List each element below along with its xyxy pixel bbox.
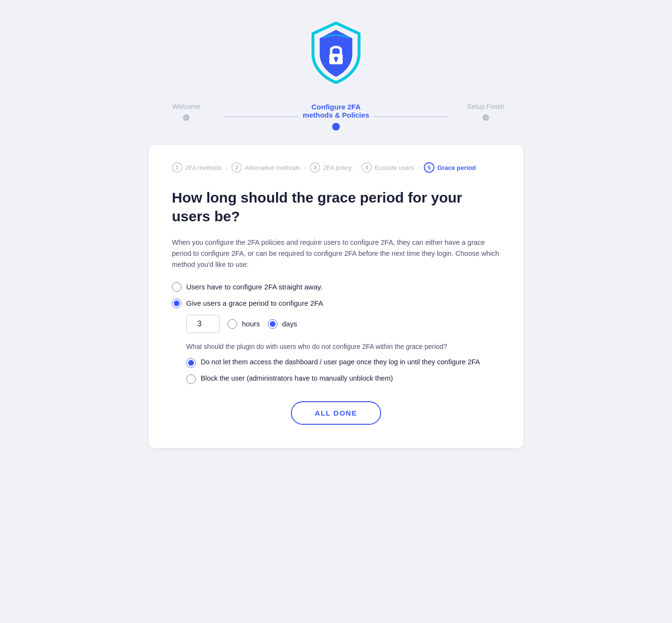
radio-straight-away[interactable]	[172, 282, 181, 292]
wizard-step-configure-dot	[332, 123, 340, 131]
sub-step-2-label: Alternative methods	[245, 164, 300, 171]
wizard-step-finish[interactable]: Setup Finish	[448, 103, 523, 121]
radio-no-access[interactable]	[186, 358, 196, 368]
wizard-step-welcome[interactable]: Welcome	[149, 103, 224, 121]
sub-step-1-label: 2FA methods	[185, 164, 222, 171]
wizard-steps: Welcome Configure 2FA methods & Policies…	[149, 103, 523, 131]
sub-step-4-label: Exclude users	[375, 164, 414, 171]
sub-steps-nav: 1 2FA methods › 2 Alternative methods › …	[172, 162, 500, 173]
wizard-step-welcome-dot	[183, 114, 190, 121]
sub-step-5-label: Grace period	[437, 164, 476, 171]
separator-2: ›	[304, 164, 306, 171]
option-straight-away[interactable]: Users have to configure 2FA straight awa…	[172, 282, 500, 292]
option-grace-period-label: Give users a grace period to configure 2…	[186, 299, 323, 307]
sub-option-2-label: Block the user (administrators have to m…	[201, 373, 393, 384]
sub-step-alternative-methods[interactable]: 2 Alternative methods	[231, 162, 300, 173]
page-title: How long should the grace period for you…	[172, 188, 500, 226]
radio-grace-period[interactable]	[172, 299, 181, 308]
days-label: days	[282, 320, 298, 328]
option-grace-period[interactable]: Give users a grace period to configure 2…	[172, 299, 500, 308]
sub-step-4-num: 4	[361, 162, 372, 173]
sub-step-grace-period[interactable]: 5 Grace period	[424, 162, 476, 173]
wizard-step-welcome-label: Welcome	[172, 103, 200, 110]
option-days[interactable]: days	[268, 319, 298, 329]
svg-rect-2	[335, 59, 337, 62]
wizard-step-finish-dot	[482, 114, 489, 121]
sub-step-3-label: 2FA policy	[323, 164, 351, 171]
sub-question-text: What should the plugin do with users who…	[186, 343, 500, 350]
sub-step-2fa-methods[interactable]: 1 2FA methods	[172, 162, 222, 173]
wizard-step-finish-label: Setup Finish	[467, 103, 504, 110]
all-done-button[interactable]: ALL DONE	[291, 401, 381, 425]
hours-label: hours	[242, 320, 260, 328]
separator-4: ›	[418, 164, 420, 171]
page-description: When you configure the 2FA policies and …	[172, 237, 500, 271]
option-hours[interactable]: hours	[228, 319, 260, 329]
radio-block-user[interactable]	[186, 374, 196, 384]
main-card: 1 2FA methods › 2 Alternative methods › …	[149, 145, 523, 448]
sub-step-1-num: 1	[172, 162, 182, 173]
sub-step-5-num: 5	[424, 162, 434, 173]
sub-option-no-access[interactable]: Do not let them access the dashboard / u…	[186, 357, 500, 368]
sub-step-2fa-policy[interactable]: 3 2FA policy	[310, 162, 351, 173]
grace-period-controls: hours days	[186, 315, 500, 333]
option-straight-away-label: Users have to configure 2FA straight awa…	[186, 283, 323, 291]
sub-option-block-user[interactable]: Block the user (administrators have to m…	[186, 373, 500, 384]
radio-days[interactable]	[268, 319, 277, 329]
sub-option-1-label: Do not let them access the dashboard / u…	[201, 357, 480, 368]
grace-period-input[interactable]	[186, 315, 220, 333]
logo	[307, 19, 365, 88]
separator-1: ›	[226, 164, 228, 171]
sub-step-exclude-users[interactable]: 4 Exclude users	[361, 162, 414, 173]
wizard-step-configure[interactable]: Configure 2FA methods & Policies	[299, 103, 373, 131]
wizard-connector-1	[224, 116, 299, 117]
sub-step-2-num: 2	[231, 162, 242, 173]
separator-3: ›	[356, 164, 358, 171]
sub-step-3-num: 3	[310, 162, 320, 173]
btn-container: ALL DONE	[172, 401, 500, 425]
wizard-step-configure-label: Configure 2FA methods & Policies	[299, 103, 373, 119]
radio-hours[interactable]	[228, 319, 237, 329]
wizard-connector-2	[373, 116, 448, 117]
